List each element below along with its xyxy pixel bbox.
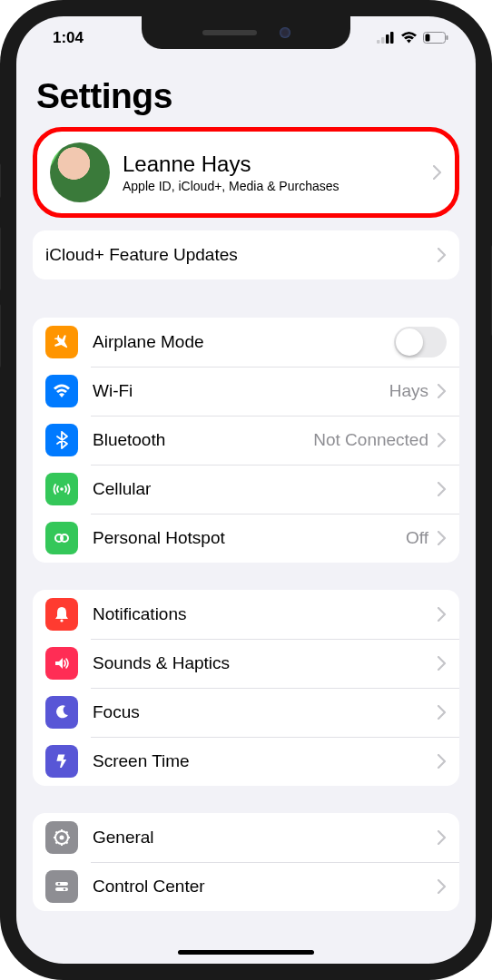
row-label: iCloud+ Feature Updates [45,245,438,265]
cell-signal-icon [377,32,395,44]
svg-line-21 [66,832,68,834]
chevron-right-icon [438,754,447,769]
svg-rect-22 [55,882,68,886]
hotspot-row[interactable]: Personal Hotspot Off [33,514,459,563]
chevron-right-icon [438,656,447,671]
svg-point-25 [64,888,66,891]
airplane-mode-row[interactable]: Airplane Mode [33,318,459,367]
row-label: Wi-Fi [93,381,389,401]
svg-rect-23 [55,887,68,891]
chevron-right-icon [438,830,447,845]
airplane-toggle[interactable] [394,327,447,358]
wifi-icon [45,375,78,407]
profile-name: Leanne Hays [123,152,433,177]
svg-rect-6 [447,35,448,40]
svg-rect-0 [377,40,380,44]
row-label: Screen Time [93,751,438,771]
chevron-right-icon [438,607,447,622]
gear-icon [45,821,78,854]
chevron-right-icon [438,248,447,262]
wifi-status-icon [400,31,418,44]
svg-rect-3 [390,32,394,44]
chevron-right-icon [438,482,447,496]
row-label: Focus [93,702,438,722]
hotspot-icon [45,522,78,554]
phone-frame: 1:04 Settings Leanne Hay [0,0,492,980]
sounds-icon [45,647,78,680]
row-value: Hays [389,381,428,401]
row-label: Personal Hotspot [93,528,406,548]
page-title: Settings [36,76,459,116]
notifications-icon [45,598,78,631]
wifi-row[interactable]: Wi-Fi Hays [33,367,459,416]
notifications-row[interactable]: Notifications [33,590,459,639]
svg-line-20 [56,842,58,844]
row-value: Not Connected [313,430,428,450]
row-label: Bluetooth [93,430,313,450]
bluetooth-icon [45,424,78,456]
row-value: Off [406,528,428,548]
screentime-row[interactable]: Screen Time [33,737,459,786]
svg-point-24 [58,883,61,886]
airplane-icon [45,326,78,358]
control-center-row[interactable]: Control Center [33,862,459,911]
general-row[interactable]: General [33,813,459,862]
home-indicator[interactable] [178,950,314,955]
status-time: 1:04 [53,29,84,47]
screentime-icon [45,745,78,778]
svg-point-13 [60,836,64,840]
svg-point-7 [60,487,64,491]
battery-icon [423,32,448,44]
svg-rect-5 [426,34,430,41]
row-label: Sounds & Haptics [93,653,438,673]
chevron-right-icon [438,705,447,720]
chevron-right-icon [438,433,447,447]
phone-screen: 1:04 Settings Leanne Hay [16,16,476,964]
sounds-row[interactable]: Sounds & Haptics [33,639,459,688]
svg-rect-1 [381,37,385,44]
focus-icon [45,696,78,729]
row-label: Notifications [93,604,438,624]
cellular-icon [45,473,78,505]
notch [142,16,350,49]
apple-id-row[interactable]: Leanne Hays Apple ID, iCloud+, Media & P… [33,127,459,218]
focus-row[interactable]: Focus [33,688,459,737]
row-label: Control Center [93,877,438,897]
chevron-right-icon [438,384,447,398]
chevron-right-icon [438,879,447,894]
bluetooth-row[interactable]: Bluetooth Not Connected [33,416,459,465]
icloud-feature-updates-row[interactable]: iCloud+ Feature Updates [33,230,459,279]
row-label: Airplane Mode [93,332,394,352]
svg-point-10 [60,619,63,622]
svg-line-18 [56,832,58,834]
cellular-row[interactable]: Cellular [33,465,459,514]
svg-line-19 [66,842,68,844]
row-label: General [93,828,438,848]
row-label: Cellular [93,479,438,499]
chevron-right-icon [433,165,442,180]
avatar [50,142,110,202]
chevron-right-icon [438,531,447,545]
control-center-icon [45,870,78,903]
svg-rect-2 [386,34,389,44]
profile-subtitle: Apple ID, iCloud+, Media & Purchases [123,179,433,193]
